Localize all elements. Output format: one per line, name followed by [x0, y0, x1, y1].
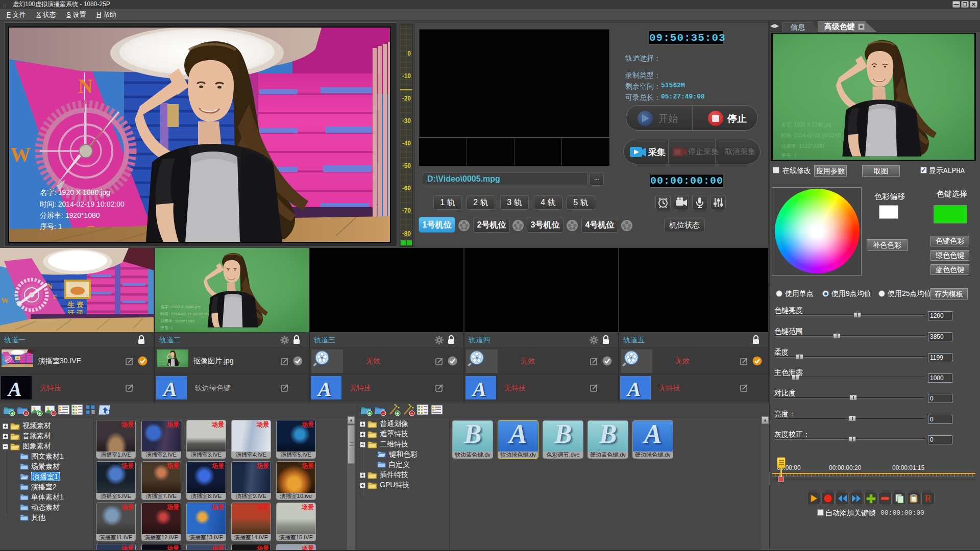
svg-text:时间: 2014-02-19 10:02:00: 时间: 2014-02-19 10:02:00 [40, 200, 125, 208]
svg-text:N: N [47, 282, 53, 290]
svg-text:分辨率: 980*551: 分辨率: 980*551 [781, 143, 824, 149]
svg-text:-10: -10 [402, 72, 411, 80]
svg-text:−: − [382, 411, 384, 416]
svg-text:生 资: 生 资 [67, 300, 84, 309]
svg-text:-20: -20 [402, 95, 411, 102]
svg-text:分辨率: 980*551: 分辨率: 980*551 [40, 211, 100, 219]
svg-text:分辨率: 980*551: 分辨率: 980*551 [160, 319, 195, 323]
svg-text:-70: -70 [402, 207, 411, 214]
svg-text:-30: -30 [402, 117, 411, 124]
svg-text:名字: 1920 X 1080.jpg: 名字: 1920 X 1080.jpg [781, 122, 831, 128]
svg-text:W: W [10, 143, 31, 166]
svg-text:序号: 1: 序号: 1 [781, 153, 797, 158]
svg-text:-60: -60 [402, 185, 411, 192]
svg-text:-40: -40 [402, 140, 411, 147]
svg-text:时间: 2014-02-19 10:02:00: 时间: 2014-02-19 10:02:00 [781, 133, 842, 138]
svg-text:−: − [410, 411, 413, 416]
svg-text:序号: 1: 序号: 1 [160, 325, 173, 330]
svg-text:序号: 1: 序号: 1 [40, 222, 62, 231]
svg-text:-80: -80 [402, 230, 411, 237]
svg-text:−: − [52, 411, 55, 416]
svg-text:名字: 1920 X 1080.jpg: 名字: 1920 X 1080.jpg [160, 305, 201, 309]
svg-text:N: N [78, 74, 93, 97]
svg-text:序号: 1: 序号: 1 [158, 365, 160, 366]
svg-text:−: − [24, 411, 27, 416]
svg-text:-50: -50 [402, 162, 411, 169]
svg-text:时间: 2014-02-19 10:02:00: 时间: 2014-02-19 10:02:00 [160, 312, 209, 316]
svg-text:名字: 1920 X 1080.jpg: 名字: 1920 X 1080.jpg [40, 188, 110, 196]
svg-text:W: W [1, 296, 9, 305]
svg-text:+: + [368, 411, 371, 416]
svg-text:0: 0 [407, 50, 411, 57]
svg-text:+: + [11, 411, 13, 416]
svg-text:E: E [53, 294, 57, 300]
svg-text:+: + [396, 411, 399, 416]
svg-text:+: + [38, 411, 41, 416]
